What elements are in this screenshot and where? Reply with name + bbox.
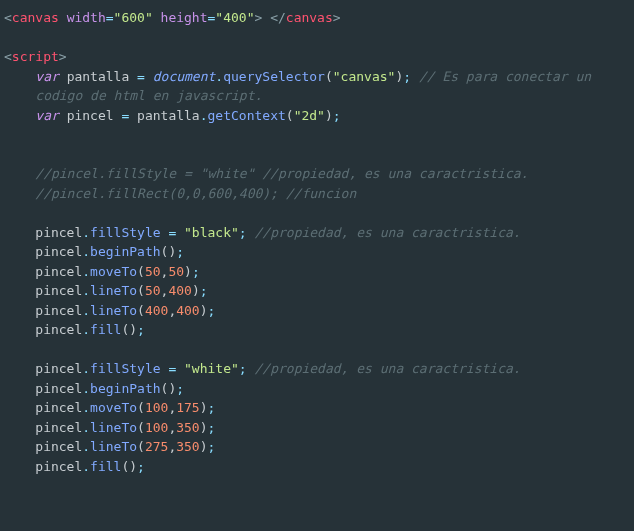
- code-line: pincel.fillStyle = "black"; //propiedad,…: [4, 225, 521, 240]
- dot: .: [200, 108, 208, 123]
- bracket: >: [333, 10, 341, 25]
- str-black: "black": [184, 225, 239, 240]
- op-eq: =: [121, 108, 129, 123]
- comment: codigo de html en javascript.: [35, 88, 262, 103]
- var-pantalla: pantalla: [67, 69, 130, 84]
- comment: //propiedad, es una caractristica.: [255, 225, 521, 240]
- code-line: pincel.lineTo(50,400);: [4, 283, 208, 298]
- tag-script: script: [12, 49, 59, 64]
- paren: ): [200, 439, 208, 454]
- op-eq: =: [137, 69, 145, 84]
- semi: ;: [176, 244, 184, 259]
- semi: ;: [192, 264, 200, 279]
- obj-pincel: pincel: [35, 439, 82, 454]
- semi: ;: [137, 459, 145, 474]
- num: 275: [145, 439, 168, 454]
- attr-height: height: [161, 10, 208, 25]
- bracket: >: [59, 49, 67, 64]
- dot: .: [82, 459, 90, 474]
- obj-pincel: pincel: [35, 244, 82, 259]
- obj-pincel: pincel: [35, 420, 82, 435]
- num: 50: [145, 264, 161, 279]
- semi: ;: [208, 400, 216, 415]
- fn-beginpath: beginPath: [90, 381, 160, 396]
- val-400: "400": [215, 10, 254, 25]
- fn-queryselector: querySelector: [223, 69, 325, 84]
- semi: ;: [137, 322, 145, 337]
- code-line: var pincel = pantalla.getContext("2d");: [4, 108, 341, 123]
- semi: ;: [403, 69, 411, 84]
- comment: //pincel.fillRect(0,0,600,400); //funcio…: [35, 186, 356, 201]
- obj-pincel: pincel: [35, 225, 82, 240]
- space: [262, 10, 270, 25]
- str-2d: "2d": [294, 108, 325, 123]
- var-pincel: pincel: [67, 108, 114, 123]
- num: 50: [145, 283, 161, 298]
- paren: ): [192, 283, 200, 298]
- code-line: pincel.lineTo(100,350);: [4, 420, 215, 435]
- fn-fill: fill: [90, 322, 121, 337]
- paren: ): [129, 459, 137, 474]
- code-line: pincel.lineTo(400,400);: [4, 303, 215, 318]
- dot: .: [82, 439, 90, 454]
- paren: (: [325, 69, 333, 84]
- obj-pincel: pincel: [35, 264, 82, 279]
- bracket: <: [4, 49, 12, 64]
- str-white: "white": [184, 361, 239, 376]
- obj-document: document: [153, 69, 216, 84]
- dot: .: [82, 225, 90, 240]
- semi: ;: [208, 439, 216, 454]
- op-eq: =: [168, 225, 176, 240]
- code-line: pincel.lineTo(275,350);: [4, 439, 215, 454]
- kw-var: var: [35, 108, 58, 123]
- semi: ;: [208, 303, 216, 318]
- tag-canvas: canvas: [12, 10, 59, 25]
- num: 350: [176, 439, 199, 454]
- code-line: pincel.fill();: [4, 459, 145, 474]
- fn-lineto: lineTo: [90, 283, 137, 298]
- tag-canvas-close: canvas: [286, 10, 333, 25]
- obj-pincel: pincel: [35, 303, 82, 318]
- code-line: pincel.beginPath();: [4, 381, 184, 396]
- paren: ): [184, 264, 192, 279]
- code-line: codigo de html en javascript.: [4, 88, 262, 103]
- dot: .: [215, 69, 223, 84]
- code-line: //pincel.fillStyle = "white" //propiedad…: [4, 166, 528, 181]
- obj-pantalla: pantalla: [137, 108, 200, 123]
- code-line: <script>: [4, 49, 67, 64]
- obj-pincel: pincel: [35, 361, 82, 376]
- dot: .: [82, 264, 90, 279]
- prop-fillstyle: fillStyle: [90, 225, 160, 240]
- semi: ;: [333, 108, 341, 123]
- fn-getcontext: getContext: [208, 108, 286, 123]
- semi: ;: [239, 225, 247, 240]
- fn-fill: fill: [90, 459, 121, 474]
- dot: .: [82, 420, 90, 435]
- val-600: "600": [114, 10, 153, 25]
- dot: .: [82, 283, 90, 298]
- code-line: pincel.fillStyle = "white"; //propiedad,…: [4, 361, 521, 376]
- paren: (: [137, 420, 145, 435]
- paren: (: [286, 108, 294, 123]
- dot: .: [82, 322, 90, 337]
- paren: (: [137, 439, 145, 454]
- dot: .: [82, 303, 90, 318]
- paren: (: [137, 400, 145, 415]
- attr-width: width: [67, 10, 106, 25]
- num: 100: [145, 420, 168, 435]
- num: 100: [145, 400, 168, 415]
- paren: ): [200, 420, 208, 435]
- paren: (: [137, 283, 145, 298]
- code-block: <canvas width="600" height="400"> </canv…: [0, 0, 634, 531]
- num: 400: [176, 303, 199, 318]
- num: 400: [145, 303, 168, 318]
- op-eq: =: [168, 361, 176, 376]
- semi: ;: [208, 420, 216, 435]
- obj-pincel: pincel: [35, 459, 82, 474]
- code-line: pincel.moveTo(50,50);: [4, 264, 200, 279]
- str-canvas: "canvas": [333, 69, 396, 84]
- kw-var: var: [35, 69, 58, 84]
- paren: ): [325, 108, 333, 123]
- fn-lineto: lineTo: [90, 420, 137, 435]
- eq: =: [106, 10, 114, 25]
